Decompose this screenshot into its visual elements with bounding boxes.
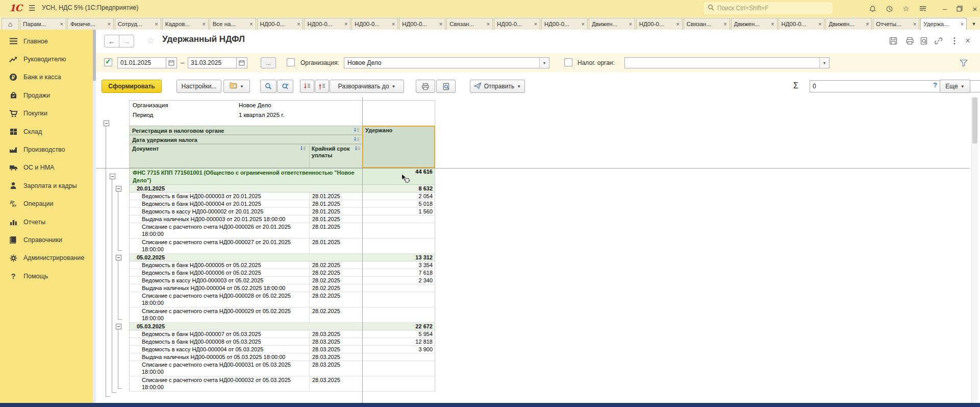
tab-close-icon[interactable]: × [297,21,300,27]
withheld-column-header[interactable]: Удержано [362,126,435,168]
tab-3[interactable]: Кадров...× [162,18,209,30]
tax-authority-checkbox[interactable] [564,58,572,66]
deadline-cell[interactable]: 28.02.2025 [310,261,362,269]
detail-row[interactable]: Выдача наличных НД00-000005 от 05.03.202… [129,353,435,361]
detail-row[interactable]: Ведомость в банк НД00-000004 от 20.01.20… [129,200,435,208]
tab-overflow-button[interactable]: ▼ [968,18,980,30]
group-row[interactable]: 20.01.20258 632 [129,185,435,193]
detail-row[interactable]: Ведомость в банк НД00-000005 от 05.02.20… [129,261,435,269]
collapse-toggle[interactable] [116,186,121,191]
vertical-scrollbar[interactable] [971,97,978,403]
history-icon[interactable] [884,4,894,13]
deadline-cell[interactable]: 28.03.2025 [310,346,362,353]
sum-cell[interactable]: 5 018 [362,200,435,207]
deadline-cell[interactable]: 28.01.2025 [310,208,362,215]
document-cell[interactable]: Списание с расчетного счета НД00-000029 … [130,307,310,322]
sidebar-item-4[interactable]: Покупки [0,105,93,123]
collapse-toggle[interactable] [116,324,121,329]
document-cell[interactable]: Ведомость в банк НД00-000007 от 05.03.20… [130,330,310,338]
collapse-toggle[interactable] [110,174,115,179]
sidebar-item-11[interactable]: Справочники [0,231,93,249]
menu-icon[interactable]: ☰ [29,4,35,13]
detail-row[interactable]: Выдача наличных НД00-000004 от 05.02.202… [129,284,435,292]
group-date-cell[interactable]: 05.02.2025 [130,254,362,261]
document-cell[interactable]: Ведомость в банк НД00-000004 от 20.01.20… [130,200,310,207]
date-to-input[interactable]: 31.03.2025 [188,57,237,68]
collapse-toggle[interactable] [116,255,121,260]
tab-close-icon[interactable]: × [866,21,869,27]
tab-close-icon[interactable]: × [676,21,680,27]
tab-1[interactable]: Физиче...× [67,18,114,30]
document-cell[interactable]: Списание с расчетного счета НД00-000032 … [130,376,310,391]
more-menu-icon[interactable] [949,36,960,46]
more-actions-button[interactable]: Еще▼ [940,80,970,93]
deadline-cell[interactable]: 28.03.2025 [310,338,362,345]
document-cell[interactable]: Выдача наличных НД00-000005 от 05.03.202… [130,353,310,361]
deadline-cell[interactable]: 28.03.2025 [310,330,362,338]
more-periods-button[interactable]: ... [261,57,276,68]
info-row[interactable]: ОрганизацияНовое Дело [129,100,435,110]
tab-close-icon[interactable]: × [913,21,916,27]
tab-close-icon[interactable]: × [392,21,395,27]
tab-close-icon[interactable]: × [723,21,726,27]
tab-15[interactable]: Движен...× [731,18,777,30]
favorites-icon[interactable]: ☆ [901,4,911,13]
sort-icon[interactable] [354,127,360,134]
document-cell[interactable]: Ведомость в кассу НД00-000002 от 20.01.2… [130,208,310,215]
organization-checkbox[interactable] [287,58,295,66]
group-row[interactable]: 05.02.202513 312 [129,254,435,261]
search-button[interactable] [260,80,277,93]
link-icon[interactable] [933,36,944,46]
global-search-input[interactable]: Поиск Ctrl+Shift+F [704,2,833,14]
report-spreadsheet[interactable]: Удержано ОрганизацияНовое ДелоПериод1 кв… [96,97,970,403]
detail-row[interactable]: Ведомость в кассу НД00-000004 от 05.03.2… [129,346,435,353]
sidebar-item-6[interactable]: Производство [0,140,93,158]
tab-17[interactable]: Движен...× [825,18,872,30]
tab-close-icon[interactable]: × [108,21,111,27]
favorite-star-icon[interactable]: ☆ [147,35,155,46]
tax-authority-select[interactable]: ▾ [624,57,830,68]
tab-2[interactable]: Сотруд...× [115,18,161,30]
sidebar-item-7[interactable]: ОС и НМА [0,159,93,177]
tab-11[interactable]: НД00-0...× [541,18,588,30]
collapse-groups-button[interactable] [300,80,314,93]
detail-row[interactable]: Списание с расчетного счета НД00-000027 … [129,238,435,254]
deadline-cell[interactable]: 28.02.2025 [310,269,362,276]
service-menu-icon[interactable] [918,4,928,13]
chevron-down-icon[interactable]: ▾ [539,58,549,68]
detail-row[interactable]: Ведомость в банк НД00-000006 от 05.02.20… [129,269,435,277]
sidebar-item-2[interactable]: ₽Банк и касса [0,68,93,86]
tab-10[interactable]: НД00-0...× [494,18,540,30]
detail-row[interactable]: Списание с расчетного счета НД00-000029 … [129,307,435,323]
detail-row[interactable]: Списание с расчетного счета НД00-000032 … [129,376,435,392]
report-variants-button[interactable]: ▼ [223,80,250,93]
sum-cell[interactable] [362,216,435,223]
detail-row[interactable]: Ведомость в банк НД00-000008 от 05.03.20… [129,338,435,346]
detail-row[interactable]: Списание с расчетного счета НД00-000028 … [129,292,435,307]
sidebar-item-12[interactable]: Администрирование [0,249,93,267]
sum-cell[interactable]: 2 340 [362,277,435,284]
find-next-button[interactable] [277,80,293,93]
detail-row[interactable]: Списание с расчетного счета НД00-000026 … [129,223,435,238]
chevron-down-icon[interactable]: ▾ [819,58,829,68]
sum-cell[interactable]: 12 818 [362,338,435,345]
sum-cell[interactable]: 1 560 [362,208,435,215]
document-cell[interactable]: Выдача наличных НД00-000003 от 20.01.202… [130,216,310,223]
total-row[interactable]: ФНС 7715 КПП 771501001 (Общество с огран… [129,168,435,185]
document-cell[interactable]: Ведомость в кассу НД00-000003 от 05.02.2… [130,277,310,284]
document-cell[interactable]: Ведомость в банк НД00-000003 от 20.01.20… [130,193,310,200]
sidebar-item-1[interactable]: Руководителю [0,50,93,68]
date-from-input[interactable]: 01.01.2025 [117,57,166,68]
tab-close-icon[interactable]: × [439,21,442,27]
detail-row[interactable]: Списание с расчетного счета НД00-000031 … [129,361,435,376]
tab-close-icon[interactable]: × [487,21,490,27]
sidebar-item-5[interactable]: Склад [0,123,93,140]
tab-close-icon[interactable]: × [582,21,585,27]
tab-close-icon[interactable]: × [344,21,347,27]
sum-cell[interactable] [362,223,435,238]
send-button[interactable]: Отправить▼ [470,80,525,93]
sum-cell[interactable] [362,284,435,292]
deadline-cell[interactable]: 28.01.2025 [310,223,362,238]
sidebar-item-8[interactable]: Зарплата и кадры [0,177,93,195]
forward-button[interactable]: → [119,35,134,47]
